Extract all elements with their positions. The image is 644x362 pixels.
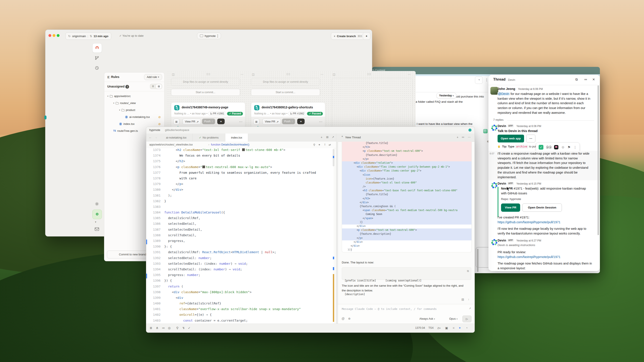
thread-list-icon[interactable]: ≔	[462, 135, 464, 139]
new-thread-icon[interactable]: +	[457, 135, 458, 139]
tree-item-apps-web-src[interactable]: ▾apps/web/src	[106, 93, 164, 100]
message-timestamp[interactable]: Yesterday at 6:06 PM	[518, 87, 543, 90]
code-line[interactable]: 1403 const container = e.currentTarget;	[146, 319, 334, 324]
zoom-button[interactable]	[57, 34, 60, 37]
pr-link[interactable]: https://github.com/fastrepl/hyprnote/pul…	[498, 255, 560, 260]
code-line[interactable]: 1393 setSelectedDetail: (index: number) …	[146, 262, 334, 268]
diff-icon[interactable]: ⇄	[329, 143, 331, 146]
drawer-handle[interactable]	[44, 115, 46, 119]
code-editor[interactable]: 1373 <h2 className="text-3xl font-serif …	[146, 148, 334, 324]
nav-forward-icon[interactable]: →	[154, 135, 158, 139]
view-pr-button[interactable]: View PR↗	[182, 119, 201, 125]
ai-button[interactable]: ✦	[297, 119, 304, 124]
open-devin-session-button[interactable]: Open Devin Session	[522, 203, 562, 212]
push-button[interactable]: Push↑	[282, 119, 295, 124]
code-line[interactable]: 1401 className="overflow-x-auto scrollba…	[146, 307, 334, 313]
code-line[interactable]: 1398 <div className="max-[800px]:block h…	[146, 290, 334, 296]
code-line[interactable]: 1399 <div	[146, 296, 334, 302]
check-reaction-icon[interactable]: ✓	[538, 145, 544, 150]
thread-options-icon[interactable]: ≔	[584, 77, 587, 81]
rail-agent-button[interactable]	[92, 210, 102, 219]
message-timestamp[interactable]: Yesterday at 6:15 PM	[516, 182, 541, 185]
branch-name[interactable]: devin/1764380749-memory-page	[182, 105, 228, 109]
code-line[interactable]: 1380 </div>	[146, 188, 334, 193]
assistant-sparkle-icon[interactable]: ✦	[458, 326, 461, 330]
assistant-tab-title[interactable]: New Thread	[346, 136, 361, 139]
view-pr-button[interactable]: View PR↗	[262, 119, 281, 125]
lane-panel-icon[interactable]: ◫	[333, 73, 335, 76]
markdown-copy-icon[interactable]: ▤	[462, 298, 464, 301]
search-icon[interactable]: ⚲	[176, 326, 178, 330]
custom-reaction-icon[interactable]	[554, 145, 558, 149]
lane-more-icon[interactable]: ⋯	[408, 73, 411, 76]
rail-settings-button[interactable]	[92, 200, 102, 209]
rail-feedback-button[interactable]	[92, 225, 102, 234]
language-mode[interactable]: TSX	[428, 326, 434, 330]
code-line[interactable]: 1386 selectedDetail,	[146, 222, 334, 228]
chevron-down-icon[interactable]: ▾	[119, 109, 120, 111]
tree-item-routes-view[interactable]: ▾routes/_view	[106, 100, 164, 107]
code-line[interactable]: 1384function DetailsMobileCarousel({	[146, 211, 334, 216]
review-button[interactable]: ⊞	[253, 119, 260, 125]
devin-avatar[interactable]	[490, 124, 498, 132]
new-tab-icon[interactable]: +	[321, 135, 322, 139]
code-line[interactable]: 1379 </p>	[146, 182, 334, 188]
split-pane-icon[interactable]: ⊞	[326, 135, 328, 139]
code-line[interactable]: 1373 <h2 className="text-3xl font-serif …	[146, 148, 334, 154]
panel-more-icon[interactable]: ⋯	[468, 135, 470, 139]
code-line[interactable]: 1389 progress,	[146, 239, 334, 245]
ai-button[interactable]: ✦	[217, 119, 225, 124]
code-line[interactable]: 1397 return (	[146, 285, 334, 290]
code-line[interactable]: 1382}	[146, 199, 334, 205]
copy-icon[interactable]: ⧉	[467, 269, 469, 273]
lane-more-icon[interactable]: ⋯	[240, 73, 243, 76]
cursor-position[interactable]: 1370:34	[415, 326, 425, 330]
send-button[interactable]: ▷	[462, 316, 472, 322]
close-button[interactable]	[48, 34, 51, 37]
tab-index-tsx[interactable]: index.tsx	[225, 134, 248, 142]
code-line[interactable]: 1385 detailsScrollRef,	[146, 216, 334, 222]
lane-drag-handle[interactable]: ⠿⠿	[206, 73, 210, 76]
more-actions-icon[interactable]: ⋮	[574, 145, 577, 149]
chevron-down-icon[interactable]: ▾	[113, 102, 114, 104]
create-branch-button[interactable]: + Create branch ⌘B	[331, 32, 365, 40]
code-line[interactable]: 1391 detailsScrollRef: React.RefObject<H…	[146, 250, 334, 256]
code-line[interactable]: 1377 From powerful editing to seamless o…	[146, 171, 334, 177]
code-line[interactable]: 1374 We focus on every bit of details	[146, 154, 334, 159]
bot-name[interactable]: Devin	[498, 182, 506, 185]
diagnostics-ok-icon[interactable]: ✓	[188, 326, 190, 330]
code-line[interactable]: 1381 );	[146, 194, 334, 199]
channel-more-icon[interactable]: ⋮	[485, 78, 488, 82]
code-line[interactable]: 1375 </h2>	[146, 159, 334, 165]
lane-drag-handle[interactable]: ⠿⠿	[367, 73, 371, 76]
message-timestamp[interactable]: Yesterday at 6:27 PM	[516, 239, 541, 242]
code-line[interactable]: 1383	[146, 205, 334, 211]
add-rule-button[interactable]: Add rule +	[144, 74, 162, 80]
remote-status-pill[interactable]: ↻ origin/main | ⇅ 13 min ago	[66, 32, 111, 40]
devin-avatar[interactable]	[490, 238, 498, 246]
pr-link[interactable]: https://github.com/fastrepl/hyprnote/pul…	[498, 220, 560, 225]
fold-icon[interactable]: z»	[437, 326, 441, 330]
code-line[interactable]: 1392 selectedDetail: number;	[146, 256, 334, 262]
project-switcher[interactable]: hyprnote ▴▾	[197, 32, 221, 39]
review-button[interactable]: ⊞	[174, 119, 180, 125]
date-divider-pill[interactable]: Yesterday ▾	[436, 92, 456, 99]
avatar[interactable]	[490, 87, 498, 95]
lane-drag-handle[interactable]: ⠿⠿	[286, 73, 290, 76]
start-commit-field[interactable]: Start a commit...	[251, 89, 320, 96]
code-line[interactable]: 1402 onScroll={(e) ⇒ {	[146, 313, 334, 319]
checks-passed-badge[interactable]: ✓ Passed	[307, 112, 323, 115]
lane-more-icon[interactable]: ⋯	[320, 73, 323, 76]
checks-passed-badge[interactable]: ✓ Passed	[227, 112, 243, 115]
scrollbar[interactable]	[477, 249, 478, 272]
maximize-pane-icon[interactable]: ↗	[332, 135, 334, 139]
more-actions-button[interactable]: ⋯	[526, 135, 535, 142]
model-select[interactable]: Opus ▾	[449, 317, 458, 320]
assistant-input-area[interactable]: Message Claude Code — @ to include conte…	[338, 304, 474, 324]
chevron-down-icon[interactable]: ▾	[107, 95, 108, 97]
drop-zone[interactable]: Drop files to assign or commit directly	[251, 78, 320, 86]
context-icon[interactable]: ⊕	[348, 317, 351, 320]
editor-project-name[interactable]: hyprnote	[149, 128, 160, 132]
tab-ai-notetaking[interactable]: ai-notetaking.tsx	[160, 134, 192, 142]
bot-name[interactable]: Devin	[498, 239, 506, 242]
